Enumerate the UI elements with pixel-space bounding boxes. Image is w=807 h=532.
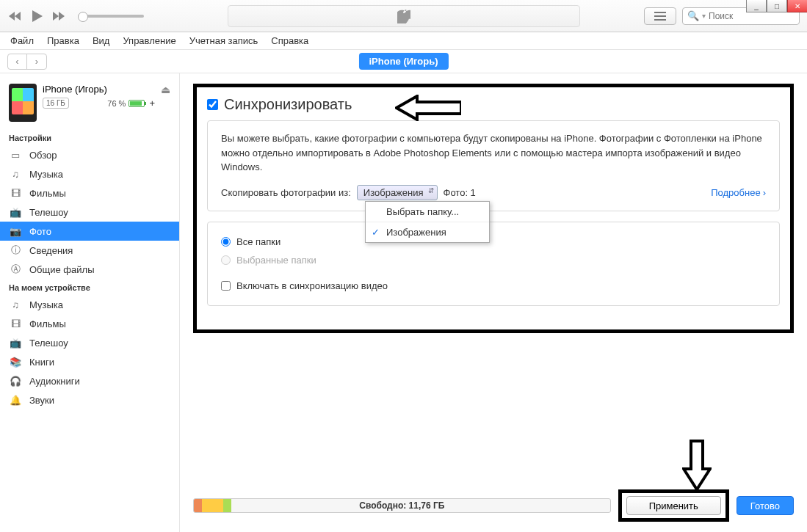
capacity-seg-audio <box>194 499 202 512</box>
storage-chip: 16 ГБ <box>43 98 69 109</box>
free-space-label: Свободно: 11,76 ГБ <box>359 500 444 511</box>
device-item-audiobooks[interactable]: 🎧Аудиокниги <box>0 371 179 390</box>
radio-all-folders[interactable]: Все папки <box>221 233 766 251</box>
radio-all-input[interactable] <box>221 237 231 247</box>
include-video-input[interactable] <box>221 281 231 291</box>
sidebar-item-tvshows[interactable]: 📺Телешоу <box>0 203 179 222</box>
nav-arrows: ‹ › <box>7 54 47 70</box>
device-item-movies[interactable]: 🎞Фильмы <box>0 314 179 333</box>
sidebar-item-overview[interactable]: ▭Обзор <box>0 145 179 164</box>
battery-icon <box>129 100 145 107</box>
menu-edit[interactable]: Правка <box>47 35 79 46</box>
source-dropdown: Выбрать папку... Изображения <box>365 201 490 243</box>
source-select[interactable]: Изображения <box>357 185 438 200</box>
include-video-checkbox[interactable]: Включать в синхронизацию видео <box>221 277 766 295</box>
film-icon: 🎞 <box>9 318 22 329</box>
photo-count: Фото: 1 <box>444 187 476 198</box>
sync-description-panel: Вы можете выбрать, какие фотографии с ко… <box>207 120 780 211</box>
nav-forward-button[interactable]: › <box>27 54 46 69</box>
apps-icon: Ⓐ <box>9 263 22 275</box>
next-button[interactable] <box>51 8 68 24</box>
prev-button[interactable] <box>7 8 23 24</box>
copy-from-label: Скопировать фотографии из: <box>221 187 351 198</box>
radio-selected-input <box>221 255 231 265</box>
more-link[interactable]: Подробнее› <box>711 187 766 198</box>
sidebar-item-info[interactable]: ⓘСведения <box>0 241 179 260</box>
apply-highlight-box: Применить <box>618 489 729 522</box>
sync-checkbox[interactable] <box>207 99 218 110</box>
capacity-seg-photos <box>202 499 222 512</box>
chevron-right-icon: › <box>763 187 766 198</box>
annotation-arrow-down <box>682 440 712 491</box>
annotation-arrow-left <box>395 95 461 121</box>
device-header: iPhone (Игорь) 16 ГБ 76 % + ⏏ <box>0 81 179 129</box>
sidebar-item-photos[interactable]: 📷Фото <box>0 222 179 241</box>
apply-button[interactable]: Применить <box>626 496 721 515</box>
menu-account[interactable]: Учетная запись <box>189 35 258 46</box>
close-button[interactable]: ✕ <box>787 0 807 12</box>
info-icon: ⓘ <box>9 244 22 256</box>
menu-controls[interactable]: Управление <box>123 35 175 46</box>
sidebar-item-sharedfiles[interactable]: ⒶОбщие файлы <box>0 260 179 279</box>
radio-selected-folders: Выбранные папки <box>221 251 766 269</box>
tv-icon: 📺 <box>9 337 22 349</box>
search-icon: 🔍 <box>687 10 699 21</box>
device-item-books[interactable]: 📚Книги <box>0 352 179 371</box>
nav-row: ‹ › iPhone (Игорь) <box>0 50 807 73</box>
highlighted-sync-box: Синхронизировать Вы можете выбрать, каки… <box>193 84 794 333</box>
audiobook-icon: 🎧 <box>9 375 22 387</box>
device-item-tones[interactable]: 🔔Звуки <box>0 390 179 409</box>
book-icon: 📚 <box>9 356 22 368</box>
device-item-tvshows[interactable]: 📺Телешоу <box>0 333 179 352</box>
settings-section-title: Настройки <box>0 129 179 145</box>
maximize-button[interactable]: □ <box>767 0 787 12</box>
eject-button[interactable]: ⏏ <box>161 84 170 95</box>
window-controls: _ □ ✕ <box>746 0 807 12</box>
battery-status: 76 % + <box>107 98 155 109</box>
tv-icon: 📺 <box>9 206 22 218</box>
done-button[interactable]: Готово <box>737 496 794 515</box>
minimize-button[interactable]: _ <box>746 0 767 12</box>
list-view-button[interactable] <box>644 7 676 25</box>
device-pill[interactable]: iPhone (Игорь) <box>358 53 448 70</box>
playback-controls <box>7 8 144 24</box>
capacity-seg-apps <box>223 499 231 512</box>
top-toolbar: 🔍 ▾ _ □ ✕ <box>0 0 807 32</box>
device-name: iPhone (Игорь) <box>43 84 155 95</box>
now-playing-display <box>228 5 580 27</box>
film-icon: 🎞 <box>9 187 22 199</box>
sidebar-item-music[interactable]: ♫Музыка <box>0 164 179 183</box>
capacity-bar: Свободно: 11,76 ГБ <box>193 498 611 513</box>
camera-icon: 📷 <box>9 225 22 237</box>
device-item-music[interactable]: ♫Музыка <box>0 295 179 314</box>
nav-back-button[interactable]: ‹ <box>8 54 27 69</box>
volume-slider[interactable] <box>78 15 144 18</box>
bell-icon: 🔔 <box>9 394 22 406</box>
footer-bar: Свободно: 11,76 ГБ Применить Готово <box>193 489 794 522</box>
sidebar-item-movies[interactable]: 🎞Фильмы <box>0 183 179 203</box>
sidebar: iPhone (Игорь) 16 ГБ 76 % + ⏏ Настройки … <box>0 73 180 532</box>
play-button[interactable] <box>29 8 46 24</box>
device-thumbnail <box>9 84 37 122</box>
music-icon: ♫ <box>9 168 22 180</box>
content-area: Синхронизировать Вы можете выбрать, каки… <box>180 73 807 532</box>
overview-icon: ▭ <box>9 149 22 161</box>
dropdown-choose-folder[interactable]: Выбрать папку... <box>366 202 489 222</box>
sync-description: Вы можете выбрать, какие фотографии с ко… <box>221 131 766 175</box>
menu-file[interactable]: Файл <box>10 35 34 46</box>
menu-view[interactable]: Вид <box>93 35 110 46</box>
dropdown-images[interactable]: Изображения <box>366 222 489 242</box>
menubar: Файл Правка Вид Управление Учетная запис… <box>0 32 807 50</box>
menu-help[interactable]: Справка <box>271 35 308 46</box>
music-icon: ♫ <box>9 299 22 310</box>
sync-options-panel: Все папки Выбранные папки Включать в син… <box>207 222 780 306</box>
sync-title: Синхронизировать <box>224 96 352 113</box>
on-device-section-title: На моем устройстве <box>0 279 179 295</box>
